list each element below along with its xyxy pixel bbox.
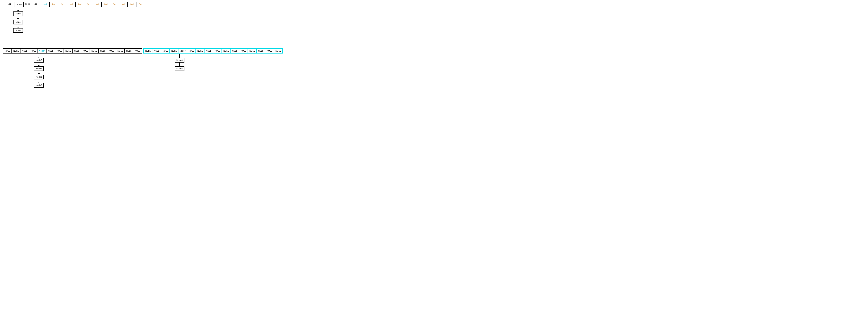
arrow-down-icon <box>17 8 19 11</box>
array-cell: fwd <box>93 2 102 7</box>
array-cell: NULL <box>124 48 133 54</box>
array-cell: NULL <box>81 48 90 54</box>
chain-node: Node8 <box>34 83 44 88</box>
array-cell: NULL <box>265 48 274 54</box>
arrow-down-icon <box>38 62 40 66</box>
array-cell: fwd <box>41 2 50 7</box>
svg-marker-1 <box>17 10 19 11</box>
array-cell: NULL <box>274 48 283 54</box>
array-cell: NULL <box>195 48 205 54</box>
svg-marker-7 <box>38 57 40 58</box>
array-cell: fwd <box>101 2 111 7</box>
array-cell: fwd <box>67 2 76 7</box>
svg-marker-17 <box>179 65 180 66</box>
array-cell: NULL <box>187 48 196 54</box>
array-cell: fwd <box>110 2 119 7</box>
array-cell: NULL <box>72 48 81 54</box>
array-cell: NULL <box>204 48 213 54</box>
array-cell: fwd <box>84 2 93 7</box>
arrow-down-icon <box>17 16 19 20</box>
array-cell: fwd <box>119 2 128 7</box>
array-cell: NULL <box>3 48 12 54</box>
array-cell: NULL <box>11 48 21 54</box>
chain-node: Node <box>13 11 23 16</box>
arrow-down-icon <box>38 54 40 58</box>
array-cell: NULL <box>32 2 41 7</box>
arrow-down-icon <box>178 54 181 58</box>
array-cell: fwd <box>49 2 58 7</box>
array-cell: Node7 <box>178 48 187 54</box>
array-block: NULLNULLNULLNULLNode7NULLNULLNULLNULLNUL… <box>144 48 282 71</box>
array-cell: Node4 <box>37 48 46 54</box>
chain-node: Node6 <box>175 58 184 62</box>
array-cell: fwd <box>75 2 84 7</box>
array-cell: fwd <box>136 2 145 7</box>
diagram-2: NULLNULLNULLNULLNode4NULLNULLNULLNULLNUL… <box>3 48 866 88</box>
svg-marker-9 <box>38 65 40 66</box>
array-cell: NULL <box>55 48 64 54</box>
svg-marker-13 <box>38 82 40 83</box>
array-row: NULLNodeNULLNULLfwdfwdfwdfwdfwdfwdfwdfwd… <box>6 2 866 7</box>
array-cell: NULL <box>161 48 170 54</box>
array-cell: NULL <box>133 48 142 54</box>
array-cell: fwd <box>58 2 67 7</box>
array-cell: NULL <box>90 48 99 54</box>
array-row: NULLNULLNULLNULLNode7NULLNULLNULLNULLNUL… <box>144 48 282 54</box>
array-cell: NULL <box>221 48 230 54</box>
arrow-down-icon <box>38 79 40 83</box>
chain-node: Node <box>13 28 23 33</box>
array-row: NULLNULLNULLNULLNode4NULLNULLNULLNULLNUL… <box>3 48 142 54</box>
svg-marker-5 <box>17 27 19 28</box>
array-cell: NULL <box>29 48 38 54</box>
linked-chain: Node6Node5 <box>175 54 184 71</box>
array-cell: NULL <box>230 48 239 54</box>
chain-node: Node1 <box>34 75 44 79</box>
array-cell: Node <box>14 2 24 7</box>
array-cell: NULL <box>144 48 152 54</box>
svg-marker-3 <box>17 19 19 20</box>
array-cell: NULL <box>20 48 29 54</box>
array-cell: NULL <box>23 2 32 7</box>
array-cell: NULL <box>248 48 256 54</box>
chain-node: Node3 <box>34 58 44 62</box>
arrow-down-icon <box>17 24 19 28</box>
chain-node: Node2 <box>34 66 44 71</box>
diagram-1: NULLNodeNULLNULLfwdfwdfwdfwdfwdfwdfwdfwd… <box>6 2 866 33</box>
array-cell: fwd <box>127 2 136 7</box>
svg-marker-11 <box>38 73 40 75</box>
array-cell: NULL <box>6 2 15 7</box>
svg-marker-15 <box>179 57 180 58</box>
array-cell: NULL <box>169 48 179 54</box>
array-cell: NULL <box>239 48 248 54</box>
array-cell: NULL <box>46 48 55 54</box>
array-cell: NULL <box>107 48 116 54</box>
array-cell: NULL <box>116 48 125 54</box>
linked-chain: Node3Node2Node1Node8 <box>35 54 43 88</box>
chain-node: Node5 <box>175 66 184 71</box>
array-block: NULLNULLNULLNULLNode4NULLNULLNULLNULLNUL… <box>3 48 142 88</box>
array-cell: NULL <box>152 48 161 54</box>
array-cell: NULL <box>98 48 107 54</box>
arrow-down-icon <box>178 62 181 66</box>
array-cell: NULL <box>213 48 222 54</box>
array-cell: NULL <box>64 48 72 54</box>
arrow-down-icon <box>38 71 40 75</box>
chain-node: Node <box>13 20 23 24</box>
array-cell: NULL <box>256 48 265 54</box>
linked-chain: NodeNodeNode <box>14 8 22 33</box>
